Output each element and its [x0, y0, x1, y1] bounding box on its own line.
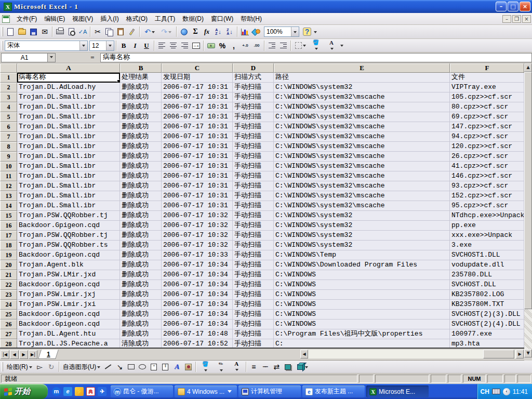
cell-B2[interactable]: 删除成功: [120, 83, 162, 92]
row-header-24[interactable]: 24: [0, 300, 17, 310]
cell-C18[interactable]: 2006-07-17 10:32: [162, 241, 233, 250]
cell-A1[interactable]: 病毒名称: [17, 73, 120, 83]
column-header-F[interactable]: F: [450, 63, 524, 73]
cell-B11[interactable]: 删除成功: [120, 171, 162, 181]
sort-descending-button[interactable]: ZA↓: [224, 26, 235, 37]
row-header-9[interactable]: 9: [0, 152, 17, 162]
line-color-button[interactable]: ✎: [213, 361, 229, 373]
oval-button[interactable]: [137, 361, 148, 373]
cell-B14[interactable]: 删除成功: [120, 201, 162, 211]
paste-function-button[interactable]: fx: [201, 26, 212, 37]
cell-F15[interactable]: NTdhcp.exe>>Unpack: [450, 211, 524, 221]
increase-indent-button[interactable]: [277, 40, 289, 51]
spelling-button[interactable]: ✓A: [77, 26, 88, 37]
row-header-17[interactable]: 17: [0, 231, 17, 241]
cell-A12[interactable]: Trojan.DL.Small.ibr: [17, 181, 120, 191]
column-header-E[interactable]: E: [274, 63, 450, 73]
cell-A7[interactable]: Trojan.DL.Small.ibr: [17, 132, 120, 142]
cell-B4[interactable]: 删除成功: [120, 102, 162, 112]
row-header-15[interactable]: 15: [0, 211, 17, 221]
cell-F16[interactable]: pp.exe: [450, 221, 524, 231]
cell-A13[interactable]: Trojan.DL.Small.ibr: [17, 191, 120, 201]
prev-sheet-button[interactable]: ◀: [10, 350, 19, 359]
cell-D13[interactable]: 手动扫描: [233, 191, 274, 201]
menu-item-7[interactable]: 窗口(W): [207, 13, 237, 25]
menu-item-4[interactable]: 格式(O): [123, 13, 151, 25]
taskbar-task-1[interactable]: 4 Windows ...: [175, 385, 237, 397]
cell-B3[interactable]: 删除成功: [120, 92, 162, 102]
name-box[interactable]: A1: [1, 53, 56, 62]
redo-dropdown-arrow[interactable]: [168, 31, 171, 35]
cell-B24[interactable]: 删除成功: [120, 300, 162, 310]
menu-item-8[interactable]: 帮助(H): [237, 13, 265, 25]
cell-D1[interactable]: 扫描方式: [233, 73, 274, 83]
cell-C10[interactable]: 2006-07-17 10:31: [162, 162, 233, 171]
text-box-button[interactable]: ≡: [148, 361, 159, 373]
font-size-dropdown-arrow[interactable]: [106, 41, 114, 50]
row-header-18[interactable]: 18: [0, 241, 17, 250]
fill-color-button-drawing[interactable]: 🪣: [197, 361, 213, 373]
cell-F24[interactable]: KB235780M.TXT: [450, 300, 524, 310]
cell-B19[interactable]: 删除成功: [120, 250, 162, 260]
cell-C1[interactable]: 发现日期: [162, 73, 233, 83]
edit-formula-button[interactable]: =: [87, 54, 98, 62]
cell-C15[interactable]: 2006-07-17 10:32: [162, 211, 233, 221]
currency-button[interactable]: ¥: [205, 40, 217, 51]
cell-E11[interactable]: C:\WINDOWS\system32\mscache: [274, 171, 450, 181]
row-header-19[interactable]: 19: [0, 250, 17, 260]
underline-button[interactable]: U: [141, 40, 152, 51]
cell-B9[interactable]: 删除成功: [120, 152, 162, 162]
line-style-button[interactable]: ≡: [248, 361, 259, 373]
cell-A17[interactable]: Trojan.PSW.QQRobber.tj: [17, 231, 120, 241]
select-all-corner[interactable]: [0, 63, 17, 73]
percent-button[interactable]: %: [217, 40, 228, 51]
cell-A25[interactable]: Backdoor.Gpigeon.cqd: [17, 310, 120, 320]
cell-E16[interactable]: C:\WINDOWS\system32: [274, 221, 450, 231]
cell-B10[interactable]: 删除成功: [120, 162, 162, 171]
cell-E23[interactable]: C:\WINDOWS: [274, 290, 450, 300]
row-header-1[interactable]: 1: [0, 73, 17, 83]
threed-button[interactable]: [294, 361, 311, 373]
cell-A20[interactable]: Trojan.Agent.blk: [17, 260, 120, 270]
cell-A8[interactable]: Trojan.DL.Small.ibr: [17, 142, 120, 152]
row-header-13[interactable]: 13: [0, 191, 17, 201]
minimize-button[interactable]: –: [496, 2, 507, 11]
cell-F9[interactable]: 26.cpz>>cf.scr: [450, 152, 524, 162]
new-button[interactable]: [5, 26, 16, 37]
close-button[interactable]: ×: [520, 2, 530, 11]
cell-D15[interactable]: 手动扫描: [233, 211, 274, 221]
cell-E12[interactable]: C:\WINDOWS\system32\mscache: [274, 181, 450, 191]
clip-art-button[interactable]: [182, 361, 194, 373]
cell-D16[interactable]: 手动扫描: [233, 221, 274, 231]
scroll-up-button[interactable]: ▲: [524, 63, 532, 72]
column-header-D[interactable]: D: [233, 63, 274, 73]
cell-E25[interactable]: C:\WINDOWS: [274, 310, 450, 320]
cell-B15[interactable]: 删除成功: [120, 211, 162, 221]
fill-color-dropdown-arrow[interactable]: [315, 48, 318, 51]
cell-B28[interactable]: 清除成功: [120, 339, 162, 349]
cell-C13[interactable]: 2006-07-17 10:31: [162, 191, 233, 201]
row-header-12[interactable]: 12: [0, 181, 17, 191]
cell-C23[interactable]: 2006-07-17 10:34: [162, 290, 233, 300]
cell-D24[interactable]: 手动扫描: [233, 300, 274, 310]
cell-E15[interactable]: C:\WINDOWS\system32: [274, 211, 450, 221]
row-header-20[interactable]: 20: [0, 260, 17, 270]
cell-A19[interactable]: Backdoor.Gpigeon.cqd: [17, 250, 120, 260]
cell-C22[interactable]: 2006-07-17 10:34: [162, 280, 233, 290]
language-indicator[interactable]: CH: [481, 388, 489, 395]
cell-A24[interactable]: Trojan.PSW.Lmir.jxi: [17, 300, 120, 310]
toolbar-grip[interactable]: [2, 27, 3, 36]
row-header-10[interactable]: 10: [0, 162, 17, 171]
menu-item-6[interactable]: 数据(D): [179, 13, 207, 25]
toolbar-options-arrow[interactable]: [314, 31, 317, 35]
undo-button[interactable]: ↶: [141, 26, 158, 37]
cell-D18[interactable]: 手动扫描: [233, 241, 274, 250]
row-header-8[interactable]: 8: [0, 142, 17, 152]
cell-F22[interactable]: SVCHOST.DLL: [450, 280, 524, 290]
cell-D12[interactable]: 手动扫描: [233, 181, 274, 191]
font-color-dropdown-arrow[interactable]: [330, 48, 334, 51]
row-header-5[interactable]: 5: [0, 112, 17, 122]
cell-B16[interactable]: 删除成功: [120, 221, 162, 231]
keyboard-icon[interactable]: [492, 389, 500, 394]
cell-D3[interactable]: 手动扫描: [233, 92, 274, 102]
